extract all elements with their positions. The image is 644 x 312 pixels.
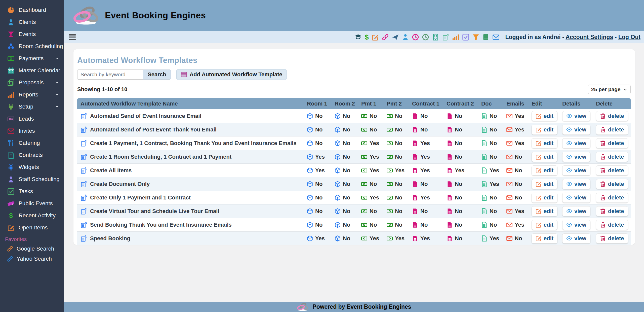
room-cube-icon [335, 195, 341, 201]
contract-icon [412, 181, 418, 187]
sidebar-item-staff-scheduling[interactable]: Staff Scheduling [0, 173, 64, 185]
paper-plane-icon[interactable] [392, 34, 399, 41]
sidebar-item-contracts[interactable]: Contracts [0, 149, 64, 161]
delete-button[interactable]: delete [596, 165, 628, 176]
payment-icon [387, 181, 393, 187]
sidebar-item-payments[interactable]: Payments [0, 52, 64, 64]
delete-button[interactable]: delete [596, 138, 628, 148]
account-settings-link[interactable]: Account Settings [566, 34, 613, 40]
email-icon [506, 154, 512, 160]
person-icon[interactable] [402, 34, 409, 41]
delete-button[interactable]: delete [596, 220, 628, 230]
eye-icon [566, 113, 572, 119]
edit-button[interactable]: edit [532, 233, 557, 244]
search-button[interactable]: Search [143, 70, 171, 80]
delete-button[interactable]: delete [596, 179, 628, 189]
sidebar-item-public-events[interactable]: Public Events [0, 197, 64, 210]
check-square-icon[interactable] [462, 34, 469, 41]
delete-button[interactable]: delete [596, 233, 628, 244]
edit-button[interactable]: edit [532, 179, 557, 189]
view-button[interactable]: view [562, 206, 590, 216]
view-button[interactable]: view [562, 152, 590, 162]
clock-green-icon[interactable] [422, 34, 429, 41]
view-button[interactable]: view [562, 165, 590, 176]
contract-icon [412, 208, 418, 214]
edit-button[interactable]: edit [532, 125, 557, 135]
sidebar-item-google-search[interactable]: Google Search [0, 244, 64, 254]
edit-button[interactable]: edit [532, 206, 557, 216]
book-icon[interactable] [482, 34, 489, 41]
edit-button[interactable]: edit [532, 220, 557, 230]
log-out-link[interactable]: Log Out [618, 34, 640, 40]
caret-down-icon [55, 81, 59, 85]
sidebar-item-leads[interactable]: Leads [0, 113, 64, 125]
contract-icon [412, 222, 418, 228]
edit-button[interactable]: edit [532, 138, 557, 148]
view-button[interactable]: view [562, 111, 590, 121]
edit-icon [536, 195, 541, 200]
sidebar-item-room-scheduling[interactable]: Room Scheduling [0, 40, 64, 52]
sidebar-item-setup[interactable]: Setup [0, 101, 64, 113]
sidebar-item-reports[interactable]: Reports [0, 89, 64, 101]
brand-rings-logo [72, 6, 101, 25]
workflow-name: Create Only 1 Payment and 1 Contract [90, 194, 191, 201]
building-icon[interactable] [432, 34, 439, 41]
workflow-name: Create All Items [90, 167, 132, 174]
delete-button[interactable]: delete [596, 193, 628, 203]
view-button[interactable]: view [562, 193, 590, 203]
workflow-doc-icon [80, 140, 87, 147]
sidebar-item-label: Public Events [19, 200, 53, 207]
edit-square-icon[interactable] [372, 34, 379, 41]
edit-button[interactable]: edit [532, 193, 557, 203]
view-button[interactable]: view [562, 233, 590, 244]
per-page-select[interactable]: 25 per page [588, 85, 631, 94]
sidebar-item-yahoo-search[interactable]: Yahoo Search [0, 254, 64, 264]
graduation-cap-icon[interactable] [355, 34, 361, 41]
view-button[interactable]: view [562, 125, 590, 135]
table-list-icon [181, 72, 187, 78]
document-signature-icon[interactable] [442, 34, 449, 41]
sidebar-item-tasks[interactable]: Tasks [0, 185, 64, 197]
sidebar-item-clients[interactable]: Clients [0, 16, 64, 28]
sidebar-item-events[interactable]: Events [0, 28, 64, 40]
col-edit: Edit [528, 98, 559, 109]
android-icon [8, 164, 14, 171]
dollar-icon[interactable]: $ [365, 34, 369, 41]
delete-button[interactable]: delete [596, 152, 628, 162]
document-icon [481, 181, 487, 187]
room-cube-icon [307, 127, 313, 133]
calendar-icon [8, 67, 14, 74]
hamburger-menu-icon[interactable] [69, 34, 76, 40]
edit-button[interactable]: edit [532, 111, 557, 121]
search-input[interactable] [77, 70, 143, 80]
sidebar-item-proposals[interactable]: Proposals [0, 77, 64, 89]
workflow-name: Send Booking Thank You and Event Insuran… [90, 222, 232, 228]
delete-button[interactable]: delete [596, 125, 628, 135]
filter-icon[interactable] [472, 34, 479, 41]
bar-chart-icon[interactable] [452, 34, 459, 41]
sidebar-item-catering[interactable]: Catering [0, 137, 64, 149]
document-icon [481, 208, 487, 214]
sidebar-item-recent-activity[interactable]: $ Recent Activity [0, 210, 64, 222]
view-button[interactable]: view [562, 138, 590, 148]
edit-button[interactable]: edit [532, 152, 557, 162]
eye-icon [566, 140, 572, 146]
add-workflow-template-button[interactable]: Add Automated Workflow Template [176, 69, 287, 80]
sidebar-item-open-items[interactable]: Open Items [0, 222, 64, 234]
view-button[interactable]: view [562, 220, 590, 230]
delete-button[interactable]: delete [596, 111, 628, 121]
clock-pink-icon[interactable] [412, 34, 419, 41]
envelope-icon[interactable] [493, 34, 499, 41]
edit-icon [536, 167, 541, 173]
delete-button[interactable]: delete [596, 206, 628, 216]
document-icon [481, 195, 487, 201]
view-button[interactable]: view [562, 179, 590, 189]
sidebar-item-widgets[interactable]: Widgets [0, 161, 64, 173]
link-icon[interactable] [382, 34, 389, 41]
sidebar-item-dashboard[interactable]: Dashboard [0, 4, 64, 16]
sidebar-item-invites[interactable]: Invites [0, 125, 64, 137]
sidebar-item-master-calendar[interactable]: Master Calendar [0, 64, 64, 77]
edit-button[interactable]: edit [532, 165, 557, 176]
ticket-icon [8, 200, 14, 207]
payment-icon [387, 113, 393, 119]
